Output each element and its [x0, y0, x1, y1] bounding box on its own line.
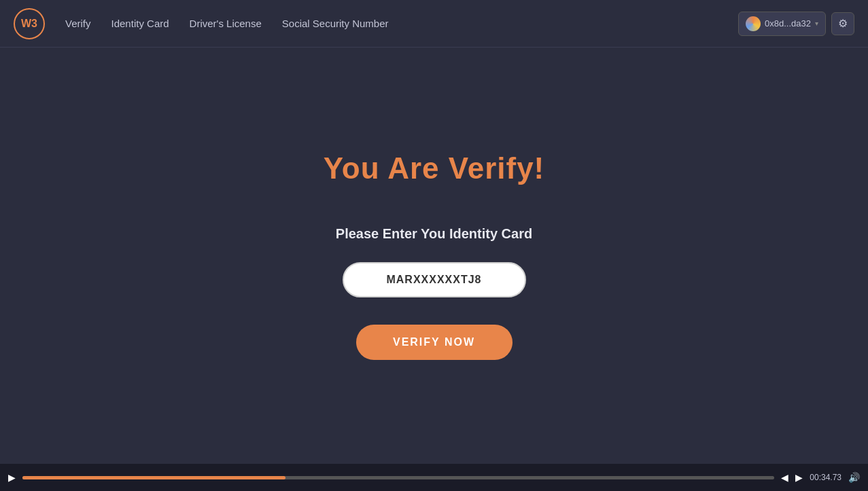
video-bar: ▶ ◀ ▶ 00:34.73 🔊: [0, 464, 868, 491]
gear-icon: ⚙: [838, 17, 848, 30]
nav-item-social-security[interactable]: Social Security Number: [282, 18, 389, 29]
verified-title: You Are Verify!: [324, 151, 545, 185]
wallet-button[interactable]: 0x8d...da32 ▾: [738, 12, 826, 36]
settings-button[interactable]: ⚙: [831, 12, 854, 35]
nav-item-identity-card[interactable]: Identity Card: [111, 18, 169, 29]
wallet-address: 0x8d...da32: [765, 18, 811, 29]
time-display: 00:34.73: [810, 473, 841, 482]
skip-back-button[interactable]: ◀: [781, 472, 788, 483]
logo[interactable]: W3: [14, 8, 45, 39]
nav-item-verify[interactable]: Verify: [65, 18, 91, 29]
subtitle: Please Enter You Identity Card: [336, 226, 532, 242]
header: W3 Verify Identity Card Driver's License…: [0, 0, 868, 48]
nav: Verify Identity Card Driver's License So…: [65, 18, 738, 29]
verify-now-button[interactable]: VERIFY NOW: [356, 325, 513, 360]
wallet-icon: [746, 16, 761, 31]
progress-filled: [22, 476, 285, 479]
volume-button[interactable]: 🔊: [848, 472, 860, 483]
logo-text: W3: [21, 18, 37, 30]
header-right: 0x8d...da32 ▾ ⚙: [738, 12, 854, 36]
nav-item-drivers-license[interactable]: Driver's License: [190, 18, 262, 29]
main-content: You Are Verify! Please Enter You Identit…: [0, 48, 868, 464]
progress-bar[interactable]: [22, 476, 774, 479]
play-button[interactable]: ▶: [8, 472, 16, 483]
skip-forward-button[interactable]: ▶: [795, 472, 803, 483]
identity-card-input[interactable]: [343, 262, 526, 297]
chevron-down-icon: ▾: [815, 20, 818, 27]
